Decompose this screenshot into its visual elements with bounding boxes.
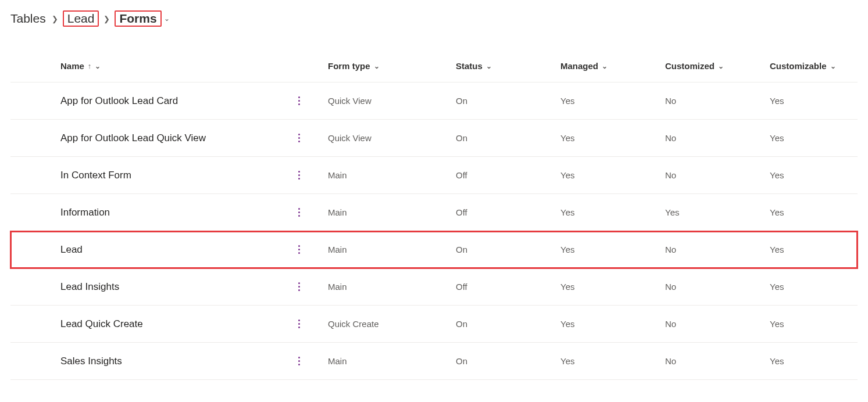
row-form-type: Main (328, 170, 456, 180)
row-customizable: Yes (770, 96, 868, 106)
more-actions-button[interactable] (292, 243, 306, 257)
row-name-cell: Lead Insights (60, 280, 328, 294)
row-managed: Yes (560, 96, 665, 106)
row-form-type: Main (328, 245, 456, 254)
more-actions-button[interactable] (292, 317, 306, 331)
row-name-cell: Sales Insights (60, 354, 328, 368)
table-row[interactable]: In Context FormMainOffYesNoYes (10, 157, 858, 194)
row-status: On (456, 356, 560, 366)
chevron-down-icon[interactable]: ⌄ (486, 62, 492, 70)
more-actions-button[interactable] (292, 354, 306, 368)
row-managed: Yes (560, 319, 665, 329)
column-header-managed[interactable]: Managed ⌄ (560, 61, 665, 71)
row-form-type: Main (328, 282, 456, 292)
row-status: On (456, 245, 560, 254)
row-customized: No (665, 282, 770, 292)
row-name[interactable]: Information (60, 207, 110, 218)
row-customized: No (665, 245, 770, 254)
table-row[interactable]: Lead InsightsMainOffYesNoYes (10, 268, 858, 306)
chevron-down-icon[interactable]: ⌄ (95, 62, 101, 70)
more-actions-button[interactable] (292, 280, 306, 294)
row-customized: No (665, 133, 770, 143)
table-row[interactable]: App for Outlook Lead Quick ViewQuick Vie… (10, 120, 858, 157)
table-row[interactable]: Lead Quick CreateQuick CreateOnYesNoYes (10, 306, 858, 343)
row-customizable: Yes (770, 207, 868, 217)
breadcrumb: Tables ❯ Lead ❯ Forms ⌄ (10, 12, 858, 26)
row-name[interactable]: App for Outlook Lead Quick View (60, 132, 206, 144)
row-customized: Yes (665, 207, 770, 217)
row-name-cell: App for Outlook Lead Quick View (60, 131, 328, 145)
row-customizable: Yes (770, 170, 868, 180)
more-actions-button[interactable] (292, 94, 306, 108)
row-customizable: Yes (770, 133, 868, 143)
chevron-down-icon[interactable]: ⌄ (164, 15, 170, 23)
column-header-status-label: Status (456, 61, 483, 71)
sort-asc-icon: ↑ (88, 62, 92, 70)
row-status: Off (456, 207, 560, 217)
row-name-cell: Lead (60, 243, 328, 257)
row-name[interactable]: Lead (60, 244, 83, 256)
row-form-type: Quick View (328, 96, 456, 106)
row-status: Off (456, 170, 560, 180)
column-header-form-type-label: Form type (328, 61, 370, 71)
row-name[interactable]: Lead Quick Create (60, 318, 143, 330)
row-name-cell: Lead Quick Create (60, 317, 328, 331)
row-customizable: Yes (770, 356, 868, 366)
column-header-name[interactable]: Name ↑ ⌄ (60, 61, 328, 71)
row-form-type: Quick Create (328, 319, 456, 329)
more-actions-button[interactable] (292, 168, 306, 182)
row-name-cell: Information (60, 206, 328, 220)
column-header-customizable[interactable]: Customizable ⌄ (770, 61, 868, 71)
table-header-row: Name ↑ ⌄ Form type ⌄ Status ⌄ Managed ⌄ … (10, 50, 858, 82)
breadcrumb-tables[interactable]: Tables (10, 12, 46, 26)
row-customized: No (665, 319, 770, 329)
chevron-down-icon[interactable]: ⌄ (718, 62, 724, 70)
row-name[interactable]: In Context Form (60, 170, 131, 181)
column-header-form-type[interactable]: Form type ⌄ (328, 61, 456, 71)
row-customizable: Yes (770, 245, 868, 254)
forms-table: Name ↑ ⌄ Form type ⌄ Status ⌄ Managed ⌄ … (10, 50, 858, 380)
table-row[interactable]: App for Outlook Lead CardQuick ViewOnYes… (10, 82, 858, 120)
chevron-down-icon[interactable]: ⌄ (830, 62, 836, 70)
row-managed: Yes (560, 207, 665, 217)
row-name-cell: In Context Form (60, 168, 328, 182)
row-form-type: Quick View (328, 133, 456, 143)
row-name-cell: App for Outlook Lead Card (60, 94, 328, 108)
chevron-right-icon: ❯ (52, 15, 58, 23)
row-managed: Yes (560, 133, 665, 143)
row-status: On (456, 319, 560, 329)
row-customizable: Yes (770, 282, 868, 292)
more-actions-button[interactable] (292, 131, 306, 145)
column-header-status[interactable]: Status ⌄ (456, 61, 560, 71)
column-header-name-label: Name (60, 61, 84, 71)
breadcrumb-lead[interactable]: Lead (63, 10, 99, 27)
row-customized: No (665, 356, 770, 366)
row-status: Off (456, 282, 560, 292)
chevron-down-icon[interactable]: ⌄ (374, 62, 380, 70)
table-row[interactable]: Sales InsightsMainOnYesNoYes (10, 343, 858, 380)
row-status: On (456, 133, 560, 143)
row-managed: Yes (560, 245, 665, 254)
column-header-managed-label: Managed (560, 61, 598, 71)
row-name[interactable]: App for Outlook Lead Card (60, 95, 178, 107)
row-name[interactable]: Sales Insights (60, 356, 122, 367)
row-managed: Yes (560, 356, 665, 366)
row-status: On (456, 96, 560, 106)
chevron-down-icon[interactable]: ⌄ (602, 62, 608, 70)
row-managed: Yes (560, 170, 665, 180)
more-actions-button[interactable] (292, 206, 306, 220)
table-row[interactable]: InformationMainOffYesYesYes (10, 194, 858, 231)
row-form-type: Main (328, 356, 456, 366)
row-customized: No (665, 96, 770, 106)
column-header-customized[interactable]: Customized ⌄ (665, 61, 770, 71)
row-name[interactable]: Lead Insights (60, 281, 119, 293)
row-customized: No (665, 170, 770, 180)
table-row[interactable]: LeadMainOnYesNoYes (10, 231, 858, 268)
column-header-customized-label: Customized (665, 61, 715, 71)
row-form-type: Main (328, 207, 456, 217)
column-header-customizable-label: Customizable (770, 61, 827, 71)
breadcrumb-forms[interactable]: Forms (115, 10, 161, 27)
row-customizable: Yes (770, 319, 868, 329)
chevron-right-icon: ❯ (103, 15, 110, 23)
row-managed: Yes (560, 282, 665, 292)
